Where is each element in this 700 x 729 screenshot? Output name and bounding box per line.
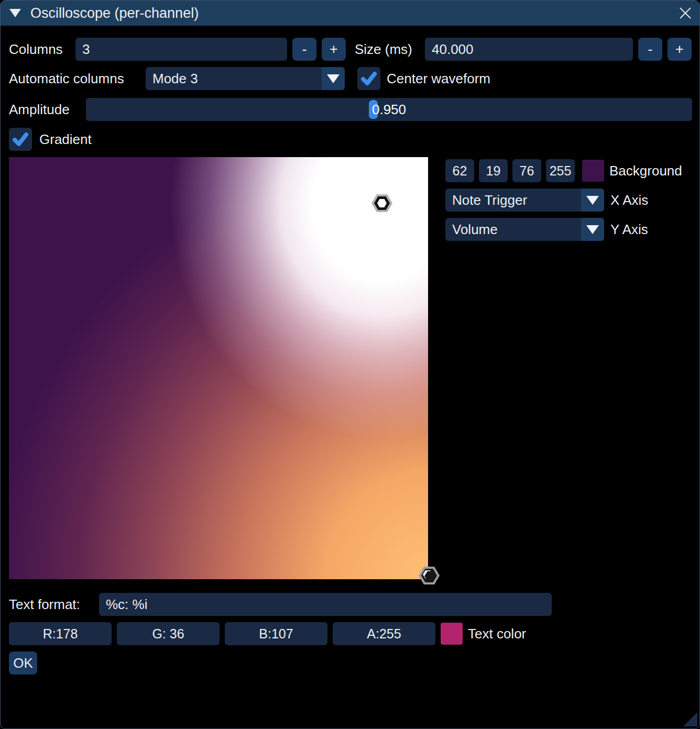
background-green-drag[interactable]: 19 [479, 159, 508, 182]
size-ms-label: Size (ms) [355, 38, 412, 61]
text-color-label: Text color [468, 622, 526, 645]
collapse-arrow-icon[interactable] [9, 9, 21, 17]
x-axis-value: Note Trigger [452, 189, 527, 212]
automatic-columns-label: Automatic columns [9, 67, 124, 90]
y-axis-label: Y Axis [610, 218, 648, 241]
x-axis-label: X Axis [610, 189, 648, 212]
size-decrement-button[interactable]: - [638, 38, 662, 61]
dropdown-arrow-icon [581, 189, 604, 212]
background-label: Background [609, 159, 682, 182]
background-color-swatch[interactable] [582, 160, 604, 182]
close-icon[interactable] [678, 6, 693, 20]
titlebar[interactable]: Oscilloscope (per-channel) [1, 1, 699, 26]
text-alpha-drag[interactable]: A:255 [333, 622, 435, 645]
columns-input[interactable] [75, 38, 287, 61]
triangle-down-icon [9, 9, 21, 17]
text-green-drag[interactable]: G: 36 [117, 622, 220, 645]
center-waveform-checkbox[interactable] [357, 67, 380, 90]
center-waveform-label: Center waveform [387, 67, 490, 90]
columns-label: Columns [9, 38, 63, 61]
text-red-drag[interactable]: R:178 [9, 622, 112, 645]
automatic-columns-select[interactable]: Mode 3 [146, 67, 345, 90]
automatic-columns-value: Mode 3 [152, 67, 198, 90]
amplitude-slider-value: 0.950 [86, 98, 692, 121]
columns-decrement-button[interactable]: - [292, 38, 316, 61]
dropdown-arrow-icon [322, 67, 345, 90]
text-format-label: Text format: [9, 593, 80, 616]
check-icon [9, 128, 32, 151]
ok-button[interactable]: OK [9, 651, 37, 675]
amplitude-slider[interactable]: 0.950 [86, 98, 692, 121]
background-blue-drag[interactable]: 76 [512, 159, 541, 182]
dropdown-arrow-icon [581, 218, 604, 241]
text-blue-drag[interactable]: B:107 [225, 622, 327, 645]
gradient-stop-marker-top[interactable] [371, 194, 392, 213]
oscilloscope-settings-window: Oscilloscope (per-channel) Columns - + S… [0, 0, 700, 729]
window-title: Oscilloscope (per-channel) [30, 1, 199, 26]
y-axis-value: Volume [452, 218, 498, 241]
size-ms-input[interactable] [425, 38, 633, 61]
gradient-canvas[interactable] [9, 157, 428, 579]
size-increment-button[interactable]: + [668, 38, 692, 61]
background-alpha-drag[interactable]: 255 [546, 159, 575, 182]
text-color-swatch[interactable] [441, 623, 463, 645]
columns-increment-button[interactable]: + [322, 38, 346, 61]
resize-grip[interactable] [683, 712, 697, 726]
text-format-input[interactable] [99, 593, 552, 616]
check-icon [357, 67, 380, 90]
gradient-checkbox[interactable] [9, 128, 32, 151]
background-red-drag[interactable]: 62 [445, 159, 474, 182]
amplitude-label: Amplitude [9, 98, 70, 121]
gradient-stop-marker-bottom[interactable] [419, 566, 440, 585]
gradient-label: Gradient [39, 128, 92, 151]
y-axis-select[interactable]: Volume [445, 218, 604, 241]
x-axis-select[interactable]: Note Trigger [445, 189, 604, 212]
